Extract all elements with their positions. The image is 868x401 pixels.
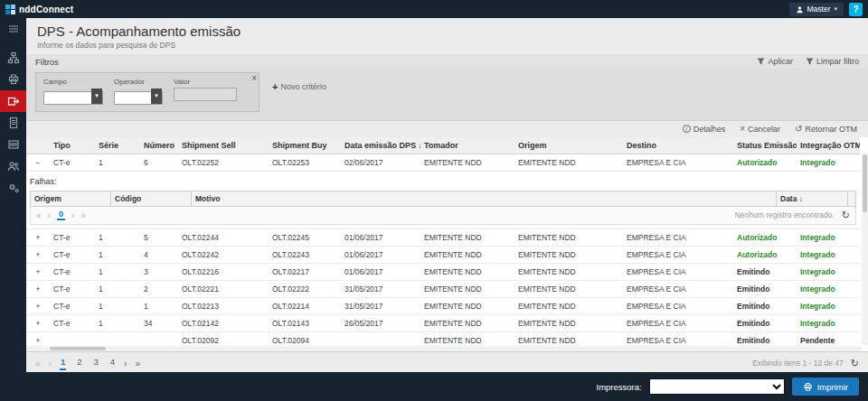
campo-select[interactable] <box>43 91 103 105</box>
grid-body: −CT-e16OLT.02252OLT.0225302/06/2017EMITE… <box>26 154 860 352</box>
brand[interactable]: nddConnect <box>5 5 73 14</box>
header-shipment-sell[interactable]: Shipment Sell <box>178 137 269 154</box>
falhas-header-origem[interactable]: Origem <box>30 191 111 207</box>
expand-row-button[interactable]: + <box>26 314 50 331</box>
sidebar-item-users[interactable] <box>0 155 26 177</box>
cell-destino: EMPRESA E CIA <box>623 314 733 331</box>
refresh-icon[interactable]: ↻ <box>851 358 859 369</box>
hamburger-icon <box>7 23 20 35</box>
page-4-button[interactable]: 4 <box>109 357 116 370</box>
horizontal-scrollbar[interactable] <box>26 346 862 351</box>
cancel-button[interactable]: × Cancelar <box>740 125 780 134</box>
header-integracao-otm[interactable]: Integração OTM <box>797 137 860 154</box>
prev-page-button[interactable]: ‹ <box>49 359 52 368</box>
expand-row-button[interactable]: + <box>26 263 50 280</box>
cell-shipment-sell: OLT.02242 <box>178 246 269 263</box>
details-button[interactable]: i Detalhes <box>683 125 726 134</box>
sidebar-item-reports[interactable] <box>0 134 26 155</box>
falhas-header-spacer <box>847 191 856 207</box>
header-numero[interactable]: Número <box>140 137 178 154</box>
new-criterion-button[interactable]: + Novo critério <box>272 81 326 92</box>
print-button[interactable]: Imprimir <box>792 378 859 396</box>
barcode-icon <box>7 138 20 151</box>
sidebar-item-print[interactable] <box>0 69 26 90</box>
cell-integracao-otm: Integrado <box>797 314 860 331</box>
main-content: DPS - Acompanhamento emissão Informe os … <box>26 18 868 372</box>
falhas-first-page-button[interactable]: « <box>36 210 42 220</box>
cell-shipment-buy: OLT.02222 <box>269 280 341 297</box>
first-page-button[interactable]: « <box>35 359 41 368</box>
sidebar-item-modules[interactable] <box>0 47 26 69</box>
expand-row-button[interactable]: + <box>26 280 50 297</box>
page-1-button[interactable]: 1 <box>60 357 66 370</box>
printer-select[interactable] <box>649 378 785 395</box>
cell-tipo: CT-e <box>50 314 95 331</box>
falhas-pagination: « ‹ 0 › » <box>36 210 86 220</box>
sidebar-item-dps-emission[interactable] <box>0 90 26 112</box>
cell-numero: 6 <box>140 154 178 171</box>
falhas-header-motivo[interactable]: Motivo <box>191 191 777 207</box>
header-origem[interactable]: Origem <box>514 137 623 154</box>
page-3-button[interactable]: 3 <box>93 357 99 370</box>
operador-field: Operador <box>114 78 163 105</box>
sidebar-item-documents[interactable] <box>0 112 26 134</box>
help-button[interactable]: ? <box>849 3 863 16</box>
cell-origem: EMITENTE NDD <box>514 154 623 171</box>
apply-filter-button[interactable]: Aplicar <box>757 57 793 66</box>
table-row: +CT-e13OLT.02216OLT.0221701/06/2017EMITE… <box>26 263 860 280</box>
cell-data-emissao-dps: 01/06/2017 <box>341 246 420 263</box>
cell-numero: 34 <box>140 314 178 331</box>
expand-row-button[interactable]: + <box>26 297 50 314</box>
remove-criterion-button[interactable]: × <box>251 73 257 83</box>
table-row: +CT-e14OLT.02242OLT.0224301/06/2017EMITE… <box>26 246 860 263</box>
cell-status-emissao: Emitindo <box>733 314 797 331</box>
operador-select-wrap <box>114 88 163 105</box>
falhas-last-page-button[interactable]: » <box>80 210 86 220</box>
expand-row-button[interactable]: + <box>26 228 50 246</box>
cell-shipment-buy: OLT.02217 <box>269 263 341 280</box>
horizontal-scrollbar-thumb[interactable] <box>50 347 106 350</box>
table-header-row: Tipo Série Número Shipment Sell Shipment… <box>26 137 860 154</box>
campo-label: Campo <box>43 78 103 86</box>
cell-integracao-otm: Integrado <box>797 246 860 263</box>
menu-toggle-button[interactable] <box>0 18 26 40</box>
cell-numero: 5 <box>140 228 178 246</box>
clear-filter-button[interactable]: Limpar filtro <box>806 57 859 66</box>
header-status-emissao[interactable]: Status Emissão <box>733 137 797 154</box>
page-2-button[interactable]: 2 <box>76 357 82 370</box>
collapse-row-button[interactable]: − <box>26 154 50 171</box>
valor-field: Valor <box>174 78 237 105</box>
vertical-scrollbar[interactable] <box>862 154 868 345</box>
header-data-emissao-dps[interactable]: Data emissão DPS ↓ <box>341 137 420 154</box>
clear-filter-label: Limpar filtro <box>816 57 859 66</box>
cell-status-emissao: Autorizado <box>733 246 797 263</box>
vertical-scrollbar-thumb[interactable] <box>863 154 867 212</box>
user-menu-button[interactable]: Master ▾ <box>789 3 844 16</box>
table-row: −CT-e16OLT.02252OLT.0225302/06/2017EMITE… <box>26 154 860 171</box>
header-destino[interactable]: Destino <box>623 137 733 154</box>
export-icon <box>7 95 20 107</box>
return-otm-button[interactable]: ↺ Retornar OTM <box>795 125 857 134</box>
falhas-prev-page-button[interactable]: ‹ <box>48 210 51 220</box>
sidebar-item-settings[interactable] <box>0 177 26 199</box>
falhas-header-data[interactable]: Data ↓ <box>776 191 848 207</box>
falhas-current-page[interactable]: 0 <box>57 210 65 220</box>
header-tipo[interactable]: Tipo <box>50 137 95 154</box>
cell-tomador: EMITENTE NDD <box>420 263 514 280</box>
pagination-pages: 1234 <box>60 357 116 370</box>
cell-destino: EMPRESA E CIA <box>623 297 733 314</box>
return-otm-label: Retornar OTM <box>805 125 857 134</box>
next-page-button[interactable]: › <box>124 359 127 368</box>
header-serie[interactable]: Série <box>95 137 140 154</box>
header-tomador[interactable]: Tomador <box>420 137 514 154</box>
cell-integracao-otm: Integrado <box>797 263 860 280</box>
valor-input[interactable] <box>174 88 237 101</box>
expand-row-button[interactable]: + <box>26 246 50 263</box>
last-page-button[interactable]: » <box>135 359 140 368</box>
falhas-next-page-button[interactable]: › <box>71 210 74 220</box>
falhas-refresh-icon[interactable]: ↻ <box>842 210 850 221</box>
operador-select[interactable] <box>114 91 163 105</box>
header-shipment-buy[interactable]: Shipment Buy <box>269 137 341 154</box>
cell-origem: EMITENTE NDD <box>514 297 623 314</box>
falhas-header-codigo[interactable]: Código <box>110 191 192 207</box>
